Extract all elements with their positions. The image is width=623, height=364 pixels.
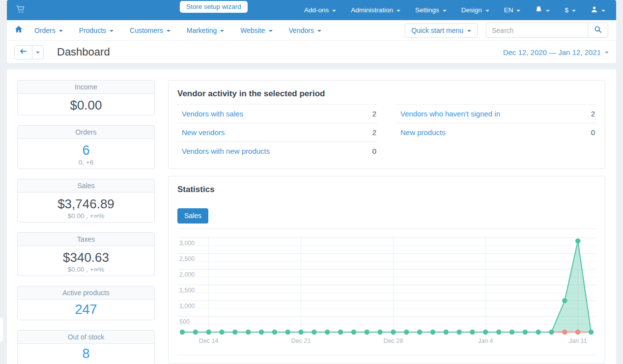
stat-card-value: 8 (22, 346, 150, 362)
stat-card-income: Income $0.00 (17, 80, 155, 115)
nav-label: Marketing (187, 27, 217, 34)
nav-item-vendors[interactable]: Vendors (289, 27, 321, 34)
chevron-down-icon (467, 30, 471, 32)
statistics-title: Statistics (177, 185, 596, 195)
page-title: Dashboard (57, 46, 110, 58)
chevron-down-icon (601, 10, 605, 12)
chevron-down-icon (396, 10, 400, 12)
vendor-count: 2 (372, 109, 376, 118)
stat-card-subvalue: $0.00 , +∞% (22, 265, 150, 274)
breadcrumb-bar: Dashboard Dec 12, 2020 — Jan 12, 2021 (7, 41, 616, 63)
notifications-menu[interactable] (535, 5, 550, 15)
vendor-link[interactable]: Vendors with sales (182, 109, 243, 118)
stat-card-subvalue: $0.00 , +∞% (22, 212, 150, 220)
stats-sidebar: Income $0.00 Orders 6 0, +6 Sales $3,746… (17, 80, 155, 364)
home-icon (15, 26, 23, 35)
sales-chart-container: 5001,0001,5002,0002,5003,000Dec 14Dec 21… (177, 234, 596, 350)
chevron-down-icon (317, 30, 321, 32)
quick-start-menu-button[interactable]: Quick start menu (405, 23, 478, 38)
svg-text:1,500: 1,500 (179, 287, 195, 294)
side-drawer-handle[interactable] (0, 317, 4, 342)
svg-text:2,000: 2,000 (179, 271, 195, 278)
vendor-count: 2 (372, 128, 376, 137)
menu-item-add-ons[interactable]: Add-ons (304, 6, 336, 14)
chevron-down-icon (36, 52, 40, 54)
statistics-panel: Statistics Sales 5001,0001,5002,0002,500… (168, 176, 605, 364)
stat-card-label: Taxes (18, 233, 154, 246)
menu-item-design[interactable]: Design (461, 6, 489, 14)
menu-item-administration[interactable]: Administration (351, 6, 400, 14)
stat-card-label: Orders (18, 126, 154, 139)
store-setup-wizard-button[interactable]: Store setup wizard (180, 1, 248, 13)
nav-item-orders[interactable]: Orders (34, 27, 63, 34)
vendor-count: 2 (591, 109, 595, 118)
search-input[interactable] (486, 23, 588, 38)
vendor-activity-title: Vendor activity in the selected period (177, 89, 596, 99)
user-account-menu[interactable] (591, 6, 605, 15)
chevron-down-icon (572, 10, 576, 12)
chevron-down-icon (485, 10, 489, 12)
nav-label: Website (240, 27, 265, 34)
svg-text:2,500: 2,500 (179, 255, 195, 262)
vendor-link[interactable]: New products (400, 128, 446, 137)
bell-icon (535, 5, 542, 15)
stat-card-taxes: Taxes $340.63 $0.00 , +∞% (17, 232, 155, 276)
date-range-picker[interactable]: Dec 12, 2020 — Jan 12, 2021 (503, 48, 609, 56)
menu-item-settings[interactable]: Settings (415, 6, 447, 14)
nav-item-products[interactable]: Products (79, 27, 113, 34)
arrow-left-icon (20, 48, 27, 56)
vendor-link[interactable]: New vendors (182, 128, 225, 137)
menu-label: EN (504, 6, 513, 14)
search-button[interactable] (588, 23, 608, 38)
chevron-down-icon (269, 30, 273, 32)
stat-card-active-products: Active products 247 (17, 286, 155, 320)
vendor-link[interactable]: Vendors who haven't signed in (400, 109, 500, 118)
stat-card-value: $340.63 (22, 250, 150, 265)
menu-item-language[interactable]: EN (504, 6, 521, 14)
vendor-count: 0 (372, 146, 376, 156)
stat-card-label: Income (18, 81, 154, 94)
stat-card-value: $0.00 (22, 97, 150, 113)
nav-item-website[interactable]: Website (240, 27, 272, 34)
search-group (486, 23, 608, 38)
divider (177, 228, 596, 229)
vendor-row-vendors-with-sales: Vendors with sales 2 (177, 104, 377, 123)
storefront-cart-button[interactable] (16, 5, 26, 16)
chevron-down-icon (110, 30, 113, 32)
stat-card-orders: Orders 6 0, +6 (17, 125, 155, 169)
vendor-link[interactable]: Vendors with new products (182, 146, 270, 156)
sales-tab-button[interactable]: Sales (177, 208, 208, 224)
currency-menu[interactable]: $ (565, 6, 576, 14)
menu-label: Settings (415, 6, 439, 14)
quick-start-label: Quick start menu (411, 27, 463, 34)
svg-text:Jan 11: Jan 11 (569, 337, 587, 344)
svg-text:Jan 4: Jan 4 (478, 337, 493, 344)
date-range-label: Dec 12, 2020 — Jan 12, 2021 (503, 48, 601, 56)
top-menu: Add-ons Administration Settings Design E… (304, 5, 607, 15)
vendor-activity-panel: Vendor activity in the selected period V… (168, 80, 605, 169)
chevron-down-icon (332, 10, 336, 12)
vendor-count: 0 (591, 128, 595, 137)
search-icon (594, 26, 602, 35)
nav-label: Products (79, 27, 106, 34)
menu-label: Administration (351, 6, 393, 14)
stat-card-subvalue: 0, +6 (22, 158, 150, 167)
home-button[interactable] (15, 26, 23, 35)
stat-card-label: Out of stock (18, 331, 154, 344)
stat-card-label: Sales (18, 179, 154, 193)
svg-text:3,000: 3,000 (179, 240, 195, 247)
nav-items: Orders Products Customers Marketing Webs… (34, 27, 321, 34)
stat-card-value: $3,746.89 (22, 196, 150, 212)
vendor-row-not-signed-in: Vendors who haven't signed in 2 (396, 104, 596, 123)
main-nav-bar: Orders Products Customers Marketing Webs… (7, 20, 616, 41)
stat-card-value: 247 (22, 302, 150, 317)
back-button[interactable] (14, 45, 32, 59)
vendor-row-vendors-with-new-products: Vendors with new products 0 (177, 141, 377, 160)
nav-item-customers[interactable]: Customers (130, 27, 170, 34)
stat-card-sales: Sales $3,746.89 $0.00 , +∞% (17, 179, 155, 223)
back-history-dropdown[interactable] (32, 45, 44, 59)
sales-area-chart: 5001,0001,5002,0002,5003,000Dec 14Dec 21… (177, 234, 596, 348)
nav-item-marketing[interactable]: Marketing (187, 27, 224, 34)
vendor-row-new-vendors: New vendors 2 (177, 123, 377, 141)
svg-text:1,000: 1,000 (179, 303, 195, 309)
